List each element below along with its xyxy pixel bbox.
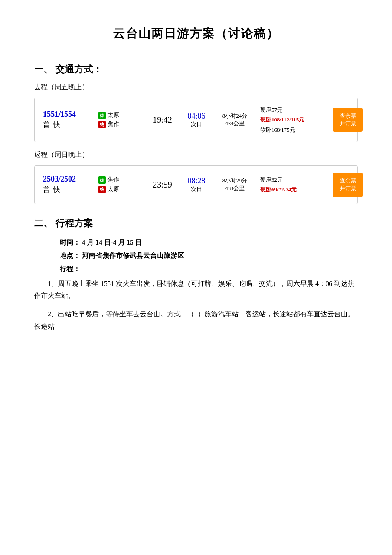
return-to-city: 太原 [107, 185, 119, 193]
time-label: 时间： [60, 239, 80, 246]
section-transportation: 一、 交通方式： 去程（周五晚上） 1551/1554 普 快 始 太原 终 焦… [34, 63, 358, 204]
return-label: 返程（周日晚上） [34, 150, 358, 159]
outbound-depart-col: 19:42 [150, 115, 175, 125]
return-depart-time: 23:59 [153, 180, 172, 189]
outbound-price-hard-seat: 硬座57元 [260, 107, 282, 113]
return-price-col: 硬座32元 硬卧69/72/74元 [260, 175, 324, 195]
outbound-from: 始 太原 [98, 111, 141, 119]
itinerary-detail: 时间： 4 月 14 日-4 月 15 日 地点： 河南省焦作市修武县云台山旅游… [34, 238, 358, 274]
return-train-type: 普 快 [43, 185, 90, 194]
return-book-button[interactable]: 查余票并订票 [333, 173, 363, 197]
time-value: 4 月 14 日-4 月 15 日 [82, 239, 142, 246]
outbound-from-city: 太原 [107, 111, 119, 119]
outbound-train-card: 1551/1554 普 快 始 太原 终 焦作 19:42 04:06 次日 8… [34, 98, 358, 142]
outbound-from-badge: 始 [98, 112, 106, 119]
return-price-hard-berth: 硬卧69/72/74元 [260, 186, 297, 193]
outbound-train-number: 1551/1554 [43, 110, 90, 119]
return-train-number-col: 2503/2502 普 快 [43, 175, 90, 194]
return-to-badge: 终 [98, 186, 106, 193]
return-distance: 434公里 [218, 185, 252, 192]
outbound-route-col: 始 太原 终 焦作 [98, 111, 141, 128]
outbound-price-soft-berth: 软卧168/175元 [260, 127, 295, 133]
outbound-distance: 434公里 [218, 120, 252, 127]
outbound-arrive-col: 04:06 次日 [184, 112, 209, 128]
location-label: 地点： [60, 252, 80, 259]
outbound-train-number-col: 1551/1554 普 快 [43, 110, 90, 130]
outbound-duration: 8小时24分 [218, 112, 252, 120]
return-price-hard-seat: 硬座32元 [260, 176, 282, 183]
return-duration-col: 8小时29分 434公里 [218, 177, 252, 192]
return-duration: 8小时29分 [218, 177, 252, 185]
outbound-depart-time: 19:42 [153, 115, 172, 124]
outbound-to-badge: 终 [98, 121, 106, 128]
itinerary-label-line: 行程： [60, 265, 358, 274]
outbound-duration-col: 8小时24分 434公里 [218, 112, 252, 127]
return-arrive-col: 08:28 次日 [184, 176, 209, 193]
return-from-badge: 始 [98, 176, 106, 184]
outbound-book-button[interactable]: 查余票并订票 [333, 108, 363, 132]
outbound-label: 去程（周五晚上） [34, 83, 358, 92]
outbound-train-type: 普 快 [43, 121, 90, 130]
return-to: 终 太原 [98, 185, 141, 193]
section2-heading: 二、 行程方案 [34, 217, 358, 230]
return-arrive-next: 次日 [184, 185, 209, 193]
return-depart-col: 23:59 [150, 180, 175, 190]
itinerary-para2: 2、出站吃早餐后，等待坐车去云台山。方式：（1）旅游汽车站，客运站，长途站都有车… [34, 308, 358, 333]
section-itinerary: 二、 行程方案 时间： 4 月 14 日-4 月 15 日 地点： 河南省焦作市… [34, 217, 358, 333]
outbound-arrive-time: 04:06 [184, 112, 209, 121]
outbound-price-hard-berth: 硬卧108/112/115元 [260, 116, 304, 123]
return-train-number: 2503/2502 [43, 175, 90, 184]
return-route-col: 始 焦作 终 太原 [98, 176, 141, 193]
location-value: 河南省焦作市修武县云台山旅游区 [82, 252, 184, 259]
itinerary-time-line: 时间： 4 月 14 日-4 月 15 日 [60, 238, 358, 247]
section1-heading: 一、 交通方式： [34, 63, 358, 76]
itinerary-label: 行程： [60, 265, 80, 272]
return-from-city: 焦作 [107, 176, 119, 184]
return-train-card: 2503/2502 普 快 始 焦作 终 太原 23:59 08:28 次日 8… [34, 165, 358, 204]
itinerary-para1: 1、周五晚上乘坐 1551 次火车出发，卧铺休息（可打牌、娱乐、吃喝、交流），周… [34, 278, 358, 303]
outbound-to: 终 焦作 [98, 121, 141, 128]
outbound-price-col: 硬座57元 硬卧108/112/115元 软卧168/175元 [260, 105, 324, 135]
return-from: 始 焦作 [98, 176, 141, 184]
outbound-arrive-next: 次日 [184, 121, 209, 128]
itinerary-location-line: 地点： 河南省焦作市修武县云台山旅游区 [60, 251, 358, 260]
page-title: 云台山两日游方案（讨论稿） [34, 26, 358, 42]
outbound-to-city: 焦作 [107, 121, 119, 128]
return-arrive-time: 08:28 [184, 176, 209, 185]
